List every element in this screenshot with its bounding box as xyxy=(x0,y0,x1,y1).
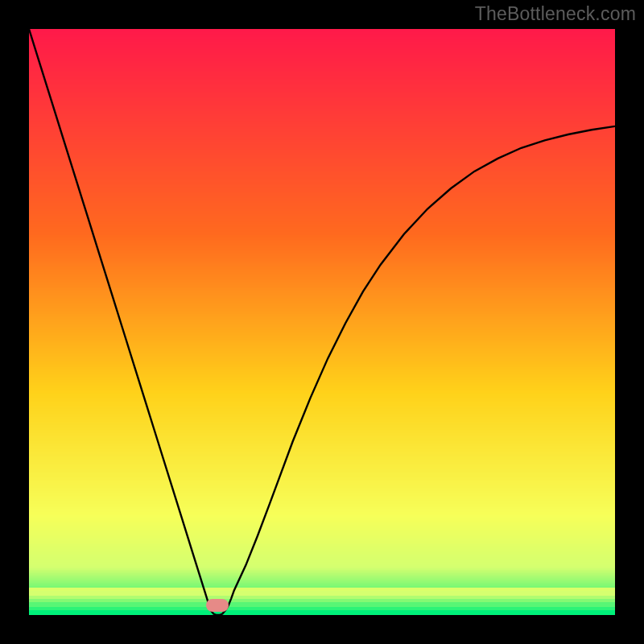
bottleneck-curve xyxy=(29,29,615,615)
chart-frame: TheBottleneck.com xyxy=(0,0,644,644)
plot-area xyxy=(29,29,615,615)
sweet-spot-marker xyxy=(206,599,229,612)
watermark-text: TheBottleneck.com xyxy=(475,3,636,25)
